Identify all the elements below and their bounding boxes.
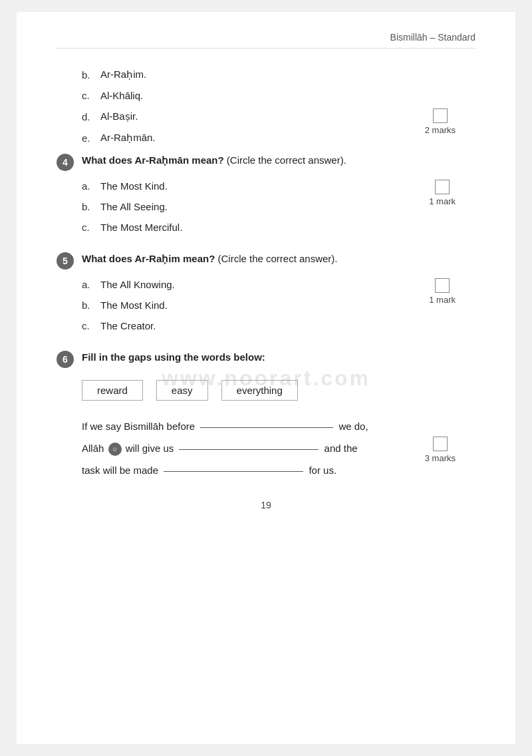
dash-line (200, 427, 333, 428)
sentence-text: task will be made (82, 465, 161, 476)
question-6-main-text: Fill in the gaps using the words below: (82, 351, 265, 363)
option-text: Al-Baṣir. (100, 110, 138, 122)
list-item: c. Al-Khāliq. (82, 90, 475, 101)
checkbox-square (433, 437, 448, 451)
fill-sentence-1: If we say Bismillāh before we do, (82, 415, 475, 437)
continuation-block: b. Ar-Raḥim. c. Al-Khāliq. d. Al-Baṣir. … (57, 69, 475, 144)
question-5-main-text: What does Ar-Raḥim mean? (82, 253, 215, 264)
question-6-header: 6 Fill in the gaps using the words below… (57, 350, 475, 368)
list-item: b. Ar-Raḥim. (82, 69, 475, 81)
question-4-instruction: (Circle the correct answer). (227, 154, 346, 166)
sentence-text: will give us (126, 443, 177, 454)
question-4-number: 4 (57, 154, 74, 171)
sentence-text: and the (325, 443, 358, 454)
marks-label: 1 mark (429, 196, 456, 206)
option-text: Ar-Raḥmān. (100, 132, 156, 144)
question-5-options: a. The All Knowing. b. The Most Kind. c.… (82, 279, 475, 331)
question-4-text: What does Ar-Raḥmān mean? (Circle the co… (82, 153, 346, 168)
option-letter: c. (82, 320, 100, 331)
checkbox-square (435, 278, 450, 293)
checkbox-square (435, 180, 450, 194)
list-item: c. The Creator. (82, 320, 475, 331)
sentence-text: If we say Bismillāh before (82, 421, 198, 432)
word-bank-item: everything (221, 380, 298, 401)
question-6-block: 6 Fill in the gaps using the words below… (57, 350, 475, 481)
checkbox-square (433, 108, 448, 123)
page-number: 19 (57, 500, 475, 510)
question-6-number: 6 (57, 351, 74, 368)
list-item: e. Ar-Raḥmān. (82, 132, 475, 144)
fill-sentence-2: Allāh ☺ will give us and the (82, 437, 475, 459)
fill-sentence-3: task will be made for us. (82, 459, 475, 481)
option-text: Al-Khāliq. (100, 90, 143, 101)
option-letter: d. (82, 111, 100, 122)
question-5-block: 5 What does Ar-Raḥim mean? (Circle the c… (57, 252, 475, 331)
page-header: Bismillāh – Standard (57, 32, 475, 49)
question-4-block: 4 What does Ar-Raḥmān mean? (Circle the … (57, 153, 475, 233)
sentence-text: we do, (338, 421, 368, 432)
option-text: The Most Kind. (100, 180, 168, 192)
question-5-text: What does Ar-Raḥim mean? (Circle the cor… (82, 252, 338, 267)
option-letter: c. (82, 90, 100, 101)
option-text: The Most Merciful. (100, 222, 182, 233)
option-letter: b. (82, 201, 100, 212)
question-5-header: 5 What does Ar-Raḥim mean? (Circle the c… (57, 252, 475, 270)
word-bank-item: reward (82, 380, 143, 401)
option-text: The Most Kind. (100, 299, 168, 311)
option-letter: a. (82, 180, 100, 192)
marks-label: 2 marks (425, 125, 456, 135)
sentence-text: Allāh (82, 443, 107, 454)
question-4-header: 4 What does Ar-Raḥmān mean? (Circle the … (57, 153, 475, 171)
marks-label: 1 mark (429, 295, 456, 305)
word-bank: reward easy everything (82, 380, 475, 401)
header-title: Bismillāh – Standard (390, 32, 475, 43)
marks-box-q6: 3 marks (425, 437, 456, 463)
question-5-instruction: (Circle the correct answer). (217, 253, 337, 264)
list-item: d. Al-Baṣir. (82, 110, 475, 122)
word-bank-item: easy (156, 380, 208, 401)
list-item: c. The Most Merciful. (82, 222, 475, 233)
option-letter: b. (82, 299, 100, 311)
option-text: The All Seeing. (100, 201, 168, 212)
list-item: b. The All Seeing. (82, 201, 475, 212)
question-4-main-text: What does Ar-Raḥmān mean? (82, 154, 224, 166)
marks-box-q3: 2 marks (425, 108, 456, 135)
option-text: The All Knowing. (100, 279, 175, 290)
fill-sentences: If we say Bismillāh before we do, Allāh … (82, 415, 475, 481)
list-item: b. The Most Kind. (82, 299, 475, 311)
question-5-number: 5 (57, 252, 74, 270)
option-letter: b. (82, 69, 100, 81)
marks-box-q5: 1 mark (429, 278, 456, 305)
dash-line (164, 471, 303, 472)
allah-symbol: ☺ (108, 443, 122, 456)
marks-box-q4: 1 mark (429, 180, 456, 206)
question-4-options: a. The Most Kind. b. The All Seeing. c. … (82, 180, 475, 233)
sentence-text: for us. (309, 465, 336, 476)
dash-line (179, 449, 319, 450)
option-letter: a. (82, 279, 100, 290)
question-6-text: Fill in the gaps using the words below: (82, 350, 265, 365)
option-text: Ar-Raḥim. (100, 69, 146, 81)
option-letter: e. (82, 132, 100, 144)
list-item: a. The Most Kind. (82, 180, 475, 192)
option-letter: c. (82, 222, 100, 233)
continuation-options-list: b. Ar-Raḥim. c. Al-Khāliq. d. Al-Baṣir. … (82, 69, 475, 144)
list-item: a. The All Knowing. (82, 279, 475, 290)
option-text: The Creator. (100, 320, 156, 331)
marks-label: 3 marks (425, 453, 456, 463)
